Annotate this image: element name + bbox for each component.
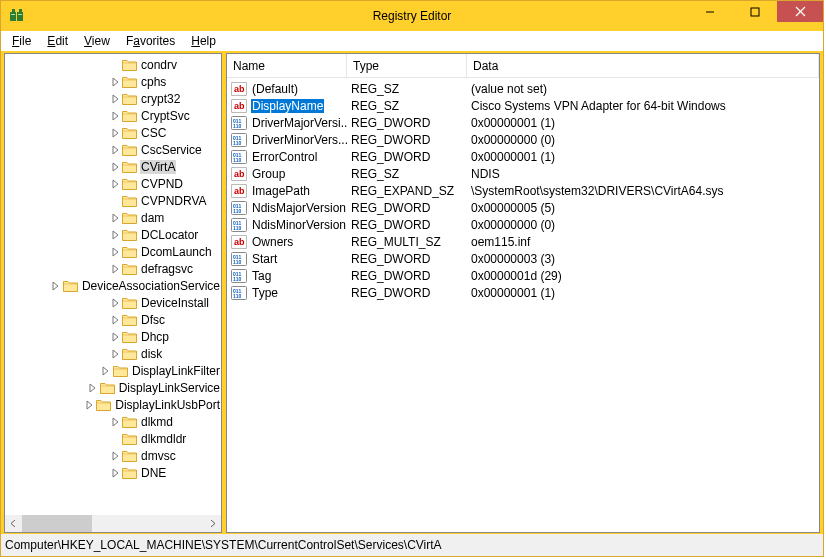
tree-item[interactable]: CVPNDRVA xyxy=(5,192,221,209)
expander-closed-icon[interactable] xyxy=(110,77,120,87)
list-row[interactable]: (Default)REG_SZ(value not set) xyxy=(227,80,819,97)
value-name: DriverMinorVers... xyxy=(251,133,347,147)
list-row[interactable]: NdisMinorVersionREG_DWORD0x00000000 (0) xyxy=(227,216,819,233)
cell-type: REG_SZ xyxy=(347,99,467,113)
tree-item[interactable]: dlkmd xyxy=(5,413,221,430)
cell-data: 0x00000001 (1) xyxy=(467,150,819,164)
tree-item[interactable]: dlkmdldr xyxy=(5,430,221,447)
tree-item[interactable]: dam xyxy=(5,209,221,226)
tree-item[interactable]: CscService xyxy=(5,141,221,158)
tree-item[interactable]: DNE xyxy=(5,464,221,481)
tree-hscrollbar[interactable] xyxy=(5,515,221,532)
expander-closed-icon[interactable] xyxy=(110,468,120,478)
tree-item[interactable]: DeviceInstall xyxy=(5,294,221,311)
list-row[interactable]: TagREG_DWORD0x0000001d (29) xyxy=(227,267,819,284)
tree-item[interactable]: Dfsc xyxy=(5,311,221,328)
expander-closed-icon[interactable] xyxy=(110,349,120,359)
tree-item[interactable]: dmvsc xyxy=(5,447,221,464)
expander-closed-icon[interactable] xyxy=(51,281,61,291)
tree-item-label: DisplayLinkService xyxy=(118,381,221,395)
expander-closed-icon[interactable] xyxy=(110,94,120,104)
list-row[interactable]: StartREG_DWORD0x00000003 (3) xyxy=(227,250,819,267)
tree-item[interactable]: DeviceAssociationService xyxy=(5,277,221,294)
tree-item-label: defragsvc xyxy=(140,262,194,276)
list-row[interactable]: GroupREG_SZNDIS xyxy=(227,165,819,182)
expander-closed-icon[interactable] xyxy=(84,400,94,410)
scroll-right-button[interactable] xyxy=(204,515,221,532)
svg-rect-13 xyxy=(751,8,759,16)
menu-edit[interactable]: Edit xyxy=(40,33,75,49)
expander-closed-icon[interactable] xyxy=(110,417,120,427)
close-button[interactable] xyxy=(777,1,823,22)
scroll-track[interactable] xyxy=(22,515,204,532)
tree-item[interactable]: disk xyxy=(5,345,221,362)
cell-type: REG_SZ xyxy=(347,82,467,96)
tree-item[interactable]: cphs xyxy=(5,73,221,90)
expander-closed-icon[interactable] xyxy=(110,264,120,274)
col-header-data[interactable]: Data xyxy=(467,54,819,77)
col-header-type[interactable]: Type xyxy=(347,54,467,77)
menubar: File Edit View Favorites Help xyxy=(1,31,823,53)
folder-icon xyxy=(122,245,137,258)
titlebar[interactable]: Registry Editor xyxy=(1,1,823,31)
tree-item[interactable]: defragsvc xyxy=(5,260,221,277)
cell-data: 0x00000001 (1) xyxy=(467,116,819,130)
tree-item[interactable]: Dhcp xyxy=(5,328,221,345)
maximize-button[interactable] xyxy=(732,1,777,22)
binary-value-icon xyxy=(231,217,247,233)
list-row[interactable]: ImagePathREG_EXPAND_SZ\SystemRoot\system… xyxy=(227,182,819,199)
expander-closed-icon[interactable] xyxy=(110,451,120,461)
cell-type: REG_DWORD xyxy=(347,252,467,266)
tree-item[interactable]: CVPND xyxy=(5,175,221,192)
tree-item[interactable]: crypt32 xyxy=(5,90,221,107)
expander-closed-icon[interactable] xyxy=(110,162,120,172)
list-row[interactable]: DriverMinorVers...REG_DWORD0x00000000 (0… xyxy=(227,131,819,148)
folder-icon xyxy=(122,92,137,105)
tree-item-label: cphs xyxy=(140,75,167,89)
string-value-icon xyxy=(231,234,247,250)
cell-data: 0x0000001d (29) xyxy=(467,269,819,283)
col-header-name[interactable]: Name xyxy=(227,54,347,77)
expander-closed-icon[interactable] xyxy=(110,315,120,325)
expander-closed-icon[interactable] xyxy=(110,298,120,308)
expander-closed-icon[interactable] xyxy=(110,145,120,155)
menu-favorites[interactable]: Favorites xyxy=(119,33,182,49)
list-row[interactable]: TypeREG_DWORD0x00000001 (1) xyxy=(227,284,819,301)
folder-icon xyxy=(63,279,78,292)
tree-item[interactable]: DisplayLinkService xyxy=(5,379,221,396)
tree-item[interactable]: DCLocator xyxy=(5,226,221,243)
expander-closed-icon[interactable] xyxy=(101,366,111,376)
list-body[interactable]: (Default)REG_SZ(value not set)DisplayNam… xyxy=(227,78,819,532)
expander-closed-icon[interactable] xyxy=(88,383,98,393)
tree-item[interactable]: CVirtA xyxy=(5,158,221,175)
menu-view[interactable]: View xyxy=(77,33,117,49)
tree-item[interactable]: DisplayLinkUsbPort xyxy=(5,396,221,413)
expander-closed-icon[interactable] xyxy=(110,179,120,189)
scroll-thumb[interactable] xyxy=(22,515,92,532)
folder-icon xyxy=(122,330,137,343)
tree-item-label: condrv xyxy=(140,58,178,72)
expander-closed-icon[interactable] xyxy=(110,213,120,223)
list-row[interactable]: DriverMajorVersi...REG_DWORD0x00000001 (… xyxy=(227,114,819,131)
tree-body[interactable]: condrvcphscrypt32CryptSvcCSCCscServiceCV… xyxy=(5,54,221,515)
tree-item[interactable]: DisplayLinkFilter xyxy=(5,362,221,379)
scroll-left-button[interactable] xyxy=(5,515,22,532)
menu-help[interactable]: Help xyxy=(184,33,223,49)
minimize-button[interactable] xyxy=(687,1,732,22)
tree-item[interactable]: CryptSvc xyxy=(5,107,221,124)
tree-item[interactable]: condrv xyxy=(5,56,221,73)
tree-item[interactable]: DcomLaunch xyxy=(5,243,221,260)
cell-type: REG_DWORD xyxy=(347,269,467,283)
list-row[interactable]: NdisMajorVersionREG_DWORD0x00000005 (5) xyxy=(227,199,819,216)
menu-file[interactable]: File xyxy=(5,33,38,49)
expander-closed-icon[interactable] xyxy=(110,230,120,240)
expander-closed-icon[interactable] xyxy=(110,111,120,121)
list-row[interactable]: OwnersREG_MULTI_SZoem115.inf xyxy=(227,233,819,250)
list-row[interactable]: ErrorControlREG_DWORD0x00000001 (1) xyxy=(227,148,819,165)
expander-closed-icon[interactable] xyxy=(110,128,120,138)
tree-item[interactable]: CSC xyxy=(5,124,221,141)
list-row[interactable]: DisplayNameREG_SZCisco Systems VPN Adapt… xyxy=(227,97,819,114)
expander-closed-icon[interactable] xyxy=(110,332,120,342)
value-name: Owners xyxy=(251,235,294,249)
expander-closed-icon[interactable] xyxy=(110,247,120,257)
